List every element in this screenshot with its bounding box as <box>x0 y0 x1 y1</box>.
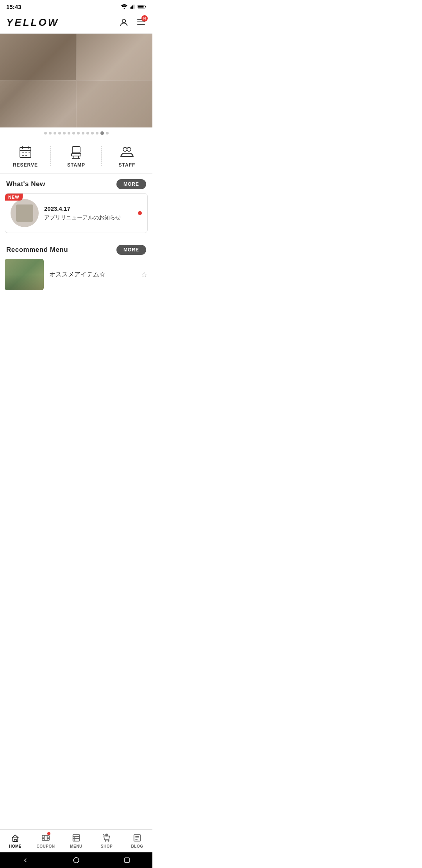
stamp-label: STAMP <box>67 162 85 168</box>
stamp-button[interactable]: STAMP <box>51 139 102 173</box>
svg-point-26 <box>123 147 127 151</box>
dot-13[interactable] <box>100 131 104 135</box>
hero-cell-2 <box>77 34 152 80</box>
reserve-label: RESERVE <box>13 162 38 168</box>
news-card[interactable]: NEW 2023.4.17 アプリリニューアルのお知らせ <box>5 193 148 233</box>
recommend-info: オススメアイテム☆ <box>49 271 135 279</box>
recommend-card[interactable]: オススメアイテム☆ ☆ <box>5 259 148 295</box>
news-title: アプリリニューアルのお知らせ <box>44 214 132 221</box>
status-time: 15:43 <box>6 4 21 10</box>
status-bar: 15:43 <box>0 0 152 13</box>
dot-2[interactable] <box>49 132 52 135</box>
svg-rect-0 <box>130 7 131 9</box>
battery-icon <box>138 4 146 9</box>
news-date: 2023.4.17 <box>44 205 132 212</box>
svg-rect-12 <box>20 147 31 158</box>
profile-icon[interactable] <box>119 18 129 28</box>
wifi-icon <box>121 4 127 9</box>
recommend-name: オススメアイテム☆ <box>49 271 135 279</box>
dot-7[interactable] <box>72 132 75 135</box>
dot-6[interactable] <box>68 132 70 135</box>
dot-1[interactable] <box>44 132 47 135</box>
svg-rect-2 <box>132 5 133 9</box>
status-icons <box>121 4 146 9</box>
hero-banner[interactable] <box>0 34 152 127</box>
favorite-icon[interactable]: ☆ <box>141 270 148 279</box>
notification-menu[interactable]: N <box>136 17 146 29</box>
svg-rect-21 <box>72 147 80 153</box>
unread-indicator <box>138 211 142 215</box>
dot-8[interactable] <box>77 132 80 135</box>
hero-cell-4 <box>77 81 152 127</box>
quick-actions: RESERVE STAMP <box>0 139 152 174</box>
reserve-icon <box>18 144 33 160</box>
svg-rect-1 <box>131 6 132 9</box>
recommend-menu-section-header: Recommend Menu MORE <box>0 239 152 259</box>
dot-12[interactable] <box>96 132 98 135</box>
hero-cell-1 <box>0 34 76 80</box>
hero-cell-3 <box>0 81 76 127</box>
new-badge: NEW <box>5 194 23 201</box>
svg-rect-6 <box>145 6 146 7</box>
header-actions: N <box>119 17 146 29</box>
recommend-menu-title: Recommend Menu <box>6 246 68 254</box>
reserve-button[interactable]: RESERVE <box>0 139 51 173</box>
svg-point-8 <box>122 19 126 23</box>
stamp-icon <box>68 144 84 160</box>
whats-new-more-button[interactable]: MORE <box>116 179 146 189</box>
svg-rect-7 <box>138 5 143 7</box>
signal-icon <box>130 4 135 9</box>
svg-rect-3 <box>133 5 134 9</box>
news-thumbnail <box>11 199 39 227</box>
dot-4[interactable] <box>58 132 61 135</box>
dot-10[interactable] <box>86 132 89 135</box>
dot-3[interactable] <box>54 132 56 135</box>
svg-point-27 <box>127 147 131 151</box>
dot-9[interactable] <box>82 132 84 135</box>
header: YELLOW N <box>0 13 152 34</box>
app-logo: YELLOW <box>6 16 59 29</box>
dot-14[interactable] <box>106 132 109 135</box>
recommend-thumbnail <box>5 259 44 290</box>
dot-5[interactable] <box>63 132 66 135</box>
whats-new-section-header: What's New MORE <box>0 174 152 193</box>
whats-new-title: What's New <box>6 180 45 188</box>
carousel-dots <box>0 127 152 139</box>
news-content: 2023.4.17 アプリリニューアルのお知らせ <box>44 205 132 221</box>
staff-icon <box>119 144 135 160</box>
svg-rect-4 <box>134 5 135 9</box>
svg-rect-22 <box>72 154 81 156</box>
notification-badge-count: N <box>141 15 148 22</box>
staff-label: STAFF <box>119 162 136 168</box>
dot-11[interactable] <box>91 132 94 135</box>
staff-button[interactable]: STAFF <box>102 139 152 173</box>
recommend-more-button[interactable]: MORE <box>116 245 146 255</box>
